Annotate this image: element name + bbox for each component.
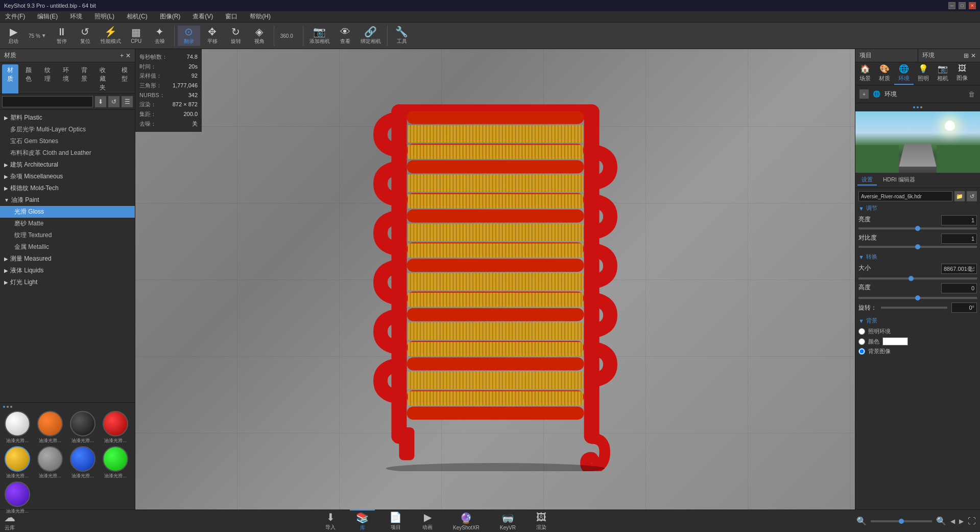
tree-liquids[interactable]: ▶ 液体 Liquids (0, 265, 135, 276)
toolbar-pan[interactable]: ✥ 平移 (201, 26, 224, 46)
tab-camera[interactable]: 📷 相机 (933, 62, 952, 85)
size-slider[interactable] (858, 277, 977, 280)
nav-keyvr[interactable]: 🥽 KeyVR (494, 511, 522, 531)
menu-window[interactable]: 窗口 (222, 11, 241, 22)
tab-environment[interactable]: 🌐 环境 (894, 62, 914, 85)
swatch-grey[interactable]: 油漆光滑... (35, 446, 65, 479)
toolbar-denoise[interactable]: ✦ 去噪 (149, 26, 171, 46)
toolbar-add-camera[interactable]: 📷 添加相机 (306, 26, 333, 46)
search-menu-btn[interactable]: ☰ (122, 96, 133, 107)
tree-moldtech[interactable]: ▶ 模德纹 Mold-Tech (0, 182, 135, 194)
hdri-file-input[interactable] (858, 191, 952, 201)
env-tab-settings[interactable]: 设置 (857, 175, 877, 186)
toolbar-reset[interactable]: ↺ 复位 (74, 26, 97, 46)
swatch-orange[interactable]: 油漆光滑... (35, 411, 65, 444)
zoom-slider[interactable] (871, 520, 932, 522)
swatch-white[interactable]: 油漆光滑... (2, 411, 33, 444)
nav-render[interactable]: 🖼 渲染 (530, 511, 553, 532)
tree-metallic[interactable]: 金属 Metallic (0, 241, 135, 253)
toolbar-zoom[interactable]: 75 % ▼ (26, 31, 50, 40)
swatch-gold[interactable]: 油漆光滑... (2, 446, 33, 479)
rotate-input[interactable] (951, 303, 977, 313)
swatch-black[interactable]: 油漆光滑... (67, 411, 98, 444)
tab-lighting[interactable]: 💡 照明 (914, 62, 933, 85)
tree-light[interactable]: ▶ 灯光 Light (0, 276, 135, 288)
tab-scene[interactable]: 🏠 场景 (855, 62, 875, 85)
env-add-btn[interactable]: + (859, 89, 869, 99)
nav-import[interactable]: ⬇ 导入 (319, 510, 342, 532)
contrast-input[interactable] (941, 234, 977, 244)
menu-file[interactable]: 文件(F) (2, 11, 28, 22)
tree-cloth[interactable]: 布料和皮革 Cloth and Leather (0, 147, 135, 159)
env-close-btn[interactable]: ✕ (971, 52, 976, 59)
search-import-btn[interactable]: ⬇ (95, 96, 106, 107)
menu-lighting[interactable]: 照明(L) (91, 11, 117, 22)
toolbar-record[interactable]: ⊙ 翻录 (178, 26, 200, 46)
height-slider[interactable] (858, 297, 977, 299)
menu-env[interactable]: 环境 (67, 11, 85, 22)
nav-arrow-left[interactable]: ◀ (950, 518, 955, 525)
tree-misc[interactable]: ▶ 杂项 Miscellaneous (0, 171, 135, 182)
tab-image[interactable]: 🖼 图像 (952, 62, 972, 85)
fullscreen-icon[interactable]: ⛶ (968, 517, 976, 526)
swatch-green[interactable]: 油漆光滑... (100, 446, 131, 479)
height-input[interactable] (941, 283, 977, 293)
toolbar-performance[interactable]: ⚡ 性能模式 (98, 26, 124, 46)
minimize-button[interactable]: ─ (948, 2, 955, 9)
toolbar-cpu[interactable]: ▦ CPU (125, 26, 148, 45)
tab-bg[interactable]: 背景 (76, 64, 92, 94)
panel-close-btn[interactable]: ✕ (126, 52, 131, 59)
toolbar-fov[interactable]: ◈ 视角 (248, 26, 271, 46)
tab-materials[interactable]: 🎨 材质 (875, 62, 894, 85)
tree-gloss[interactable]: 光滑 Gloss (0, 206, 135, 218)
menu-view[interactable]: 查看(V) (189, 11, 216, 22)
zoom-out-icon[interactable]: 🔍 (856, 516, 867, 526)
cloud-library[interactable]: ☁ 云库 (4, 511, 15, 531)
bg-lighting-radio[interactable] (858, 328, 865, 335)
viewport[interactable]: 每秒帧数： 74.8 时间： 20s 采样值： 92 三角形： 1,777,04… (135, 49, 855, 510)
tree-matte[interactable]: 磨砂 Matte (0, 218, 135, 229)
tab-env[interactable]: 环境 (58, 64, 74, 94)
menu-image[interactable]: 图像(R) (157, 11, 184, 22)
brightness-input[interactable] (941, 215, 977, 225)
bg-color-radio[interactable] (858, 338, 865, 345)
nav-animation[interactable]: ▶ 动画 (416, 510, 439, 532)
menu-edit[interactable]: 编辑(E) (34, 11, 61, 22)
tab-texture[interactable]: 纹理 (39, 64, 56, 94)
maximize-button[interactable]: □ (959, 2, 966, 9)
toolbar-start[interactable]: ▶ 启动 (2, 26, 25, 46)
brightness-slider[interactable] (858, 227, 977, 229)
env-tab-hdri[interactable]: HDRI 编辑器 (879, 175, 919, 186)
menu-help[interactable]: 帮助(H) (247, 11, 274, 22)
viewport-resize[interactable] (845, 498, 853, 507)
tree-plastic[interactable]: ▶ 塑料 Plastic (0, 112, 135, 124)
swatch-purple[interactable]: 油漆光滑... (2, 481, 33, 515)
tab-color[interactable]: 颜色 (20, 64, 37, 94)
bg-color-swatch[interactable] (882, 337, 908, 345)
zoom-in-icon[interactable]: 🔍 (936, 516, 946, 526)
nav-project[interactable]: 📄 项目 (383, 510, 408, 532)
hdri-browse-btn[interactable]: 📁 (954, 191, 965, 201)
toolbar-bind-camera[interactable]: 🔗 绑定相机 (357, 26, 384, 46)
tree-architectural[interactable]: ▶ 建筑 Architectural (0, 159, 135, 171)
tree-measured[interactable]: ▶ 测量 Measured (0, 253, 135, 265)
swatch-blue[interactable]: 油漆光滑... (67, 446, 98, 479)
nav-keyshotxr[interactable]: 🔮 KeyShotXR (447, 511, 486, 531)
close-button[interactable]: ✕ (969, 2, 976, 9)
contrast-slider[interactable] (858, 246, 977, 248)
tab-model[interactable]: 模型 (116, 64, 133, 94)
search-refresh-btn[interactable]: ↺ (108, 96, 119, 107)
env-delete-btn[interactable]: 🗑 (967, 89, 976, 99)
nav-arrow-right[interactable]: ▶ (959, 518, 964, 525)
nav-library[interactable]: 📚 库 (350, 510, 375, 532)
env-expand-btn[interactable]: ⊞ (964, 52, 969, 59)
bg-image-radio[interactable] (858, 348, 865, 355)
search-input[interactable] (2, 96, 93, 107)
toolbar-rotate[interactable]: ↻ 旋转 (225, 26, 247, 46)
size-input[interactable] (941, 264, 977, 274)
toolbar-focal[interactable]: 360.0 (277, 31, 300, 40)
tree-textured[interactable]: 纹理 Textured (0, 229, 135, 241)
tree-gemstones[interactable]: 宝石 Gem Stones (0, 135, 135, 147)
menu-camera[interactable]: 相机(C) (124, 11, 151, 22)
panel-add-btn[interactable]: + (120, 52, 124, 59)
